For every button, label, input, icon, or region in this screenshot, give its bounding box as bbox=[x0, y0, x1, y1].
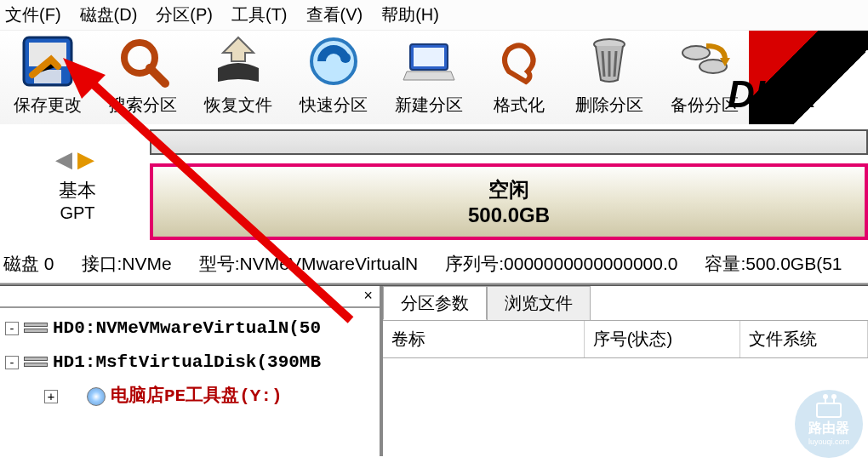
brand-text: DISK bbox=[728, 73, 817, 116]
tree-pe-label: 电脑店PE工具盘(Y:) bbox=[111, 380, 283, 414]
tool-label: 恢复文件 bbox=[204, 94, 272, 117]
tree-hd1[interactable]: - HD1:MsftVirtualDisk(390MB bbox=[5, 346, 374, 380]
disk-tree-pane: × - HD0:NVMeVMwareVirtualN(50 - HD1:Msft… bbox=[0, 286, 383, 456]
disc-icon bbox=[87, 387, 106, 406]
format-button[interactable]: 格式化 bbox=[477, 31, 562, 124]
tree-hd0[interactable]: - HD0:NVMeVMwareVirtualN(50 bbox=[5, 312, 374, 346]
hdd-icon bbox=[24, 357, 48, 369]
menu-file[interactable]: 文件(F) bbox=[5, 3, 61, 26]
disk-info-line: 磁盘 0 接口:NVMe 型号:NVMeVMwareVirtualN 序列号:0… bbox=[0, 245, 868, 283]
hdd-icon bbox=[24, 323, 48, 334]
trash-icon bbox=[579, 31, 640, 92]
tree-body: - HD0:NVMeVMwareVirtualN(50 - HD1:MsftVi… bbox=[0, 308, 380, 417]
tool-label: 保存更改 bbox=[14, 94, 82, 117]
new-partition-button[interactable]: 新建分区 bbox=[381, 31, 477, 124]
disk-left-panel: ◀▶ 基本 GPT bbox=[5, 129, 150, 240]
svg-point-7 bbox=[340, 53, 351, 63]
tool-label: 删除分区 bbox=[575, 94, 643, 117]
quick-icon bbox=[303, 31, 364, 92]
quick-partition-button[interactable]: 快速分区 bbox=[286, 31, 381, 124]
backup-icon bbox=[674, 31, 735, 92]
tool-label: 新建分区 bbox=[395, 94, 463, 117]
partition-state: 空闲 bbox=[488, 176, 529, 203]
watermark: 路由器 luyouqi.com bbox=[795, 390, 863, 458]
partition-size: 500.0GB bbox=[468, 203, 550, 227]
col-label[interactable]: 卷标 bbox=[383, 321, 585, 357]
nav-arrows[interactable]: ◀▶ bbox=[55, 146, 100, 173]
menu-help[interactable]: 帮助(H) bbox=[381, 3, 439, 26]
tab-partition-params[interactable]: 分区参数 bbox=[383, 286, 487, 320]
tree-hd1-label: HD1:MsftVirtualDisk(390MB bbox=[53, 346, 321, 380]
info-disk: 磁盘 0 bbox=[3, 252, 54, 276]
disk-bar-mini[interactable] bbox=[150, 129, 868, 155]
tool-label: 格式化 bbox=[494, 94, 545, 117]
menu-view[interactable]: 查看(V) bbox=[306, 3, 363, 26]
search-partition-button[interactable]: 搜索分区 bbox=[95, 31, 191, 124]
save-button[interactable]: 保存更改 bbox=[0, 31, 95, 124]
disk-type-label: 基本 bbox=[59, 178, 96, 203]
lower-panes: × - HD0:NVMeVMwareVirtualN(50 - HD1:Msft… bbox=[0, 286, 868, 456]
svg-line-4 bbox=[150, 68, 165, 83]
info-iface: 接口:NVMe bbox=[82, 252, 172, 276]
router-icon bbox=[816, 403, 842, 418]
recover-files-button[interactable]: 恢复文件 bbox=[191, 31, 286, 124]
menu-tools[interactable]: 工具(T) bbox=[231, 3, 288, 26]
partition-free-bar[interactable]: 空闲 500.0GB bbox=[150, 163, 868, 240]
svg-line-12 bbox=[602, 51, 604, 77]
svg-point-15 bbox=[682, 46, 710, 60]
disk-layout-area: ◀▶ 基本 GPT 空闲 500.0GB bbox=[0, 124, 868, 245]
magnifier-icon bbox=[112, 31, 174, 92]
svg-marker-5 bbox=[223, 37, 254, 61]
info-serial: 序列号:0000000000000000.0 bbox=[445, 252, 677, 276]
tree-pe-volume[interactable]: + 电脑店PE工具盘(Y:) bbox=[5, 380, 374, 414]
info-capacity: 容量:500.0GB(51 bbox=[705, 252, 842, 276]
watermark-url: luyouqi.com bbox=[808, 437, 849, 446]
info-model: 型号:NVMeVMwareVirtualN bbox=[199, 252, 419, 276]
tree-title-bar: × bbox=[0, 286, 380, 308]
expand-icon[interactable]: + bbox=[44, 390, 58, 403]
svg-rect-9 bbox=[414, 48, 444, 66]
tree-hd0-label: HD0:NVMeVMwareVirtualN(50 bbox=[53, 312, 321, 346]
column-headers: 卷标 序号(状态) 文件系统 bbox=[383, 320, 868, 358]
tool-label: 搜索分区 bbox=[109, 94, 177, 117]
close-icon[interactable]: × bbox=[363, 288, 373, 305]
disk-bars: 空闲 500.0GB bbox=[150, 129, 868, 240]
collapse-icon[interactable]: - bbox=[5, 322, 19, 335]
delete-partition-button[interactable]: 删除分区 bbox=[562, 31, 657, 124]
menubar: 文件(F) 磁盘(D) 分区(P) 工具(T) 查看(V) 帮助(H) bbox=[0, 0, 868, 31]
svg-line-14 bbox=[614, 51, 616, 77]
toolbar: 保存更改 搜索分区 恢复文件 快速分区 新建分区 格式化 删除分区 bbox=[0, 31, 868, 124]
save-icon bbox=[17, 31, 78, 92]
tool-label: 快速分区 bbox=[300, 94, 368, 117]
menu-partition[interactable]: 分区(P) bbox=[156, 3, 213, 26]
recover-icon bbox=[208, 31, 269, 92]
watermark-label: 路由器 bbox=[808, 420, 849, 437]
laptop-icon bbox=[398, 31, 460, 92]
disk-scheme-label: GPT bbox=[60, 203, 94, 223]
tabs: 分区参数 浏览文件 bbox=[383, 286, 868, 320]
col-serial[interactable]: 序号(状态) bbox=[585, 321, 740, 357]
collapse-icon[interactable]: - bbox=[5, 356, 19, 369]
menu-disk[interactable]: 磁盘(D) bbox=[80, 3, 138, 26]
format-icon bbox=[488, 31, 550, 92]
svg-marker-10 bbox=[403, 71, 454, 80]
col-fs[interactable]: 文件系统 bbox=[740, 321, 868, 357]
tab-browse-files[interactable]: 浏览文件 bbox=[487, 286, 591, 320]
